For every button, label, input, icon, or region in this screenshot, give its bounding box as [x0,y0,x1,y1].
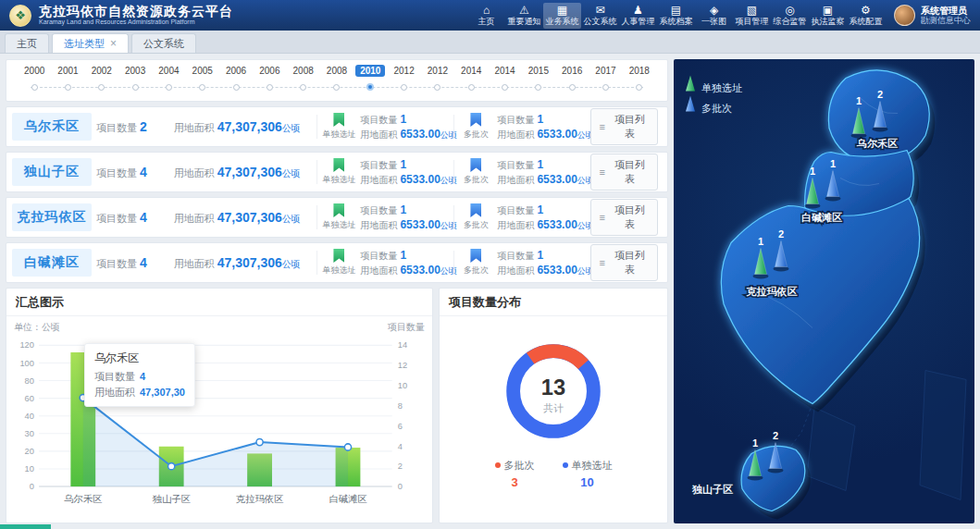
nav-monitor[interactable]: ◎综合监管 [771,3,809,29]
year-dot[interactable] [320,84,354,91]
year-dot[interactable] [18,84,51,91]
tab-label: 公文系统 [143,37,184,51]
district-row: 独山子区项目数量4用地面积47,307,306公顷单独选址项目数量1用地面积65… [6,152,668,192]
single-flag-icon [333,249,344,263]
project-list-button[interactable]: ≡项目列表 [590,154,658,191]
nav-archive[interactable]: ▤系统档案 [657,3,695,29]
svg-text:60: 60 [25,394,34,403]
year-item[interactable]: 2005 [186,66,219,76]
year-item[interactable]: 2016 [555,66,589,76]
year-item[interactable]: 2010 [354,66,387,76]
app-titles: 克拉玛依市自然资源政务云平台 Karamay Land and Resource… [39,5,233,26]
divider [316,115,317,139]
year-item[interactable]: 2000 [18,66,51,76]
year-dot[interactable] [387,84,420,91]
year-item[interactable]: 2014 [454,66,488,76]
year-dot[interactable] [219,84,253,91]
nav-gear[interactable]: ⚙系统配置 [847,3,885,29]
project-count-stat: 项目数量2 [96,119,169,135]
nav-map[interactable]: ◈一张图 [695,3,733,29]
year-dot[interactable] [522,84,555,91]
tab-item-2[interactable]: 公文系统 [131,33,196,53]
left-column: 2000200120022003200420052006200620082008… [6,59,668,523]
map-region[interactable] [721,199,919,404]
svg-text:0: 0 [30,482,34,491]
year-dot[interactable] [421,84,454,91]
nav-people[interactable]: ♟人事管理 [619,3,657,29]
tooltip-row: 用地面积47,307,30 [94,385,185,400]
line-point[interactable] [256,438,263,445]
legend-item[interactable]: 多批次3 [495,459,535,489]
year-item[interactable]: 2017 [589,66,622,76]
project-count-stat: 项目数量4 [96,210,169,226]
nav-project[interactable]: ▧项目管理 [733,3,771,29]
svg-text:120: 120 [19,340,33,350]
user-name: 系统管理员 [921,6,971,17]
year-dot[interactable] [152,84,185,91]
distribution-card: 项目数量分布 13共计 多批次3单独选址10 [439,288,668,523]
year-dot[interactable] [354,83,387,91]
year-item[interactable]: 2018 [623,66,656,76]
multi-batch-block: 多批次 [459,158,492,186]
close-icon[interactable]: × [110,39,117,48]
year-dot[interactable] [555,84,589,91]
avatar[interactable] [894,5,915,26]
district-list: 乌尔禾区项目数量2用地面积47,307,306公顷单独选址项目数量1用地面积65… [6,106,668,283]
single-site-stats: 项目数量1用地面积6533.00公顷 [360,113,449,141]
nav-law[interactable]: ▣执法监察 [809,3,847,29]
year-item[interactable]: 2008 [320,66,354,76]
home-icon: ⌂ [467,5,505,17]
year-item[interactable]: 2006 [253,66,286,76]
year-dot[interactable] [287,84,320,91]
year-dot[interactable] [253,84,286,91]
year-item[interactable]: 2002 [85,66,118,76]
year-item[interactable]: 2012 [421,66,454,76]
year-dot[interactable] [85,84,118,91]
project-list-button[interactable]: ≡项目列表 [590,199,658,236]
multi-batch-block: 多批次 [459,249,492,277]
district-row: 克拉玛依区项目数量4用地面积47,307,306公顷单独选址项目数量1用地面积6… [6,197,668,238]
map-panel[interactable]: 乌尔禾区白碱滩区克拉玛依区独山子区12111212单独选址多批次 [674,59,974,523]
district-row: 白碱滩区项目数量4用地面积47,307,306公顷单独选址项目数量1用地面积65… [6,242,668,283]
year-item[interactable]: 2004 [152,66,185,76]
year-dot[interactable] [488,84,521,91]
line-point[interactable] [344,444,351,450]
nav-business[interactable]: ▦业务系统 [543,3,581,29]
year-item[interactable]: 2015 [522,66,555,76]
project-list-button[interactable]: ≡项目列表 [590,244,658,281]
summary-chart: 120100806040302010014121086420乌尔禾区独山子区克拉… [6,334,432,528]
year-item[interactable]: 2006 [219,66,253,76]
project-list-button[interactable]: ≡项目列表 [590,108,658,145]
year-item[interactable]: 2008 [287,66,320,76]
nav-notice[interactable]: ⚠重要通知 [505,3,543,29]
tab-label: 主页 [17,37,37,51]
tab-item-0[interactable]: 主页 [5,33,49,53]
single-site-block: 单独选址 [322,113,355,141]
year-dot[interactable] [454,84,488,91]
user-info[interactable]: 系统管理员 勘测信息中心 [894,5,971,26]
year-dot[interactable] [589,84,622,91]
nav-home[interactable]: ⌂主页 [467,3,505,29]
line-point[interactable] [168,463,175,470]
year-item[interactable]: 2012 [387,66,420,76]
tab-item-1[interactable]: 选址类型× [52,33,129,53]
year-item[interactable]: 2014 [488,66,521,76]
single-flag-icon [333,158,344,172]
nav-document[interactable]: ✉公文系统 [581,3,619,29]
year-dot[interactable] [186,84,219,91]
year-dot[interactable] [623,84,656,91]
archive-icon: ▤ [657,5,695,17]
svg-text:20: 20 [25,447,34,456]
summary-chart-title: 汇总图示 [6,289,432,316]
legend-item[interactable]: 单独选址10 [563,459,613,489]
single-site-stats: 项目数量1用地面积6533.00公顷 [360,249,449,277]
year-dot[interactable] [118,84,152,91]
year-item[interactable]: 2001 [51,66,84,76]
karamay-map[interactable]: 乌尔禾区白碱滩区克拉玛依区独山子区12111212单独选址多批次 [674,59,974,523]
scrollbar-thumb[interactable] [0,524,51,529]
tab-bar: 主页选址类型×公文系统 [0,31,980,54]
single-flag-icon [333,113,344,127]
year-dot[interactable] [51,84,84,91]
year-item[interactable]: 2003 [118,66,152,76]
svg-text:乌尔禾区: 乌尔禾区 [64,494,103,504]
